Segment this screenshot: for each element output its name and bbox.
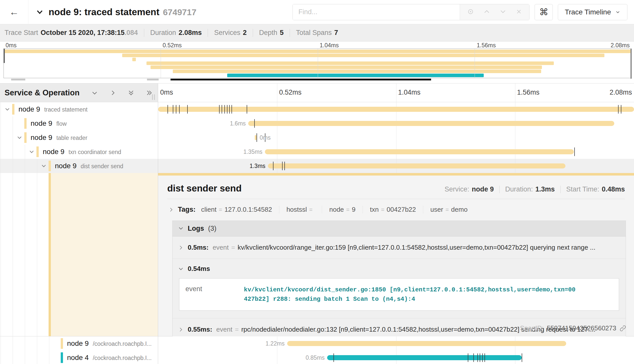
detail-meta-item: Duration:1.3ms <box>505 185 555 193</box>
span-color-bar <box>24 132 27 143</box>
span-row[interactable]: node 4/cockroach.roachpb.I...0.85ms <box>0 351 634 364</box>
span-tree-item[interactable]: node 4/cockroach.roachpb.I... <box>0 351 158 364</box>
log-marker-tick <box>482 353 483 362</box>
span-tree-item[interactable]: node 9traced statement <box>0 102 158 116</box>
detail-meta-value: node 9 <box>472 185 494 193</box>
tag-item: hostssl= <box>279 206 322 213</box>
detail-meta-value: 1.3ms <box>535 185 555 193</box>
span-timeline-cell[interactable]: 1.35ms <box>158 145 634 159</box>
summary-item-label: Total Spans <box>296 29 332 36</box>
span-tree-item[interactable]: node 9table reader <box>0 131 158 145</box>
trace-name: node 9: traced statement <box>49 7 159 17</box>
span-tree-item[interactable]: node 9txn coordinator send <box>0 145 158 159</box>
logs-header[interactable]: Logs (3) <box>173 221 626 237</box>
tag-item: user=demo <box>423 206 475 213</box>
span-timeline-cell[interactable]: 0ms <box>158 131 634 145</box>
span-operation-name: table reader <box>56 135 88 141</box>
span-row[interactable]: node 9dist sender send1.3ms <box>0 159 634 173</box>
span-row[interactable]: node 9traced statement <box>0 102 634 116</box>
locate-icon[interactable] <box>467 8 474 16</box>
span-row[interactable]: node 9table reader0ms <box>0 131 634 145</box>
collapse-all-chevron-down-icon[interactable] <box>91 89 99 97</box>
span-timeline-cell[interactable]: 1.3ms <box>158 159 634 173</box>
page-title: node 9: traced statement6749717 <box>49 7 196 17</box>
detail-header: dist sender send Service:node 9Duration:… <box>165 176 627 199</box>
minimap-span-bar[interactable] <box>122 54 604 57</box>
span-tree-item[interactable]: node 9dist sender send <box>0 159 158 173</box>
log-entry-collapsed[interactable]: 0.5ms:event=kv/kvclient/kvcoord/range_it… <box>173 237 626 259</box>
log-marker-tick <box>273 162 273 170</box>
log-marker-tick <box>522 353 522 362</box>
ruler-tick-label: 2.08ms <box>611 42 632 49</box>
prev-result-icon[interactable] <box>483 8 490 16</box>
column-resizer-handle[interactable] <box>152 94 155 100</box>
log-entry-header[interactable]: 0.54ms <box>178 265 620 273</box>
find-input[interactable] <box>293 4 460 20</box>
minimap-grip[interactable] <box>147 79 159 80</box>
minimap-span-bar[interactable] <box>146 61 554 65</box>
span-operation-name: /cockroach.roachpb.I... <box>93 355 152 361</box>
log-summary-text: kv/kvclient/kvcoord/range_iter.go:159 [n… <box>238 244 595 251</box>
summary-item: Trace StartOctober 15 2020, 17:38:15.084 <box>5 29 138 37</box>
span-duration-bar[interactable] <box>268 163 565 168</box>
chevron-down-icon <box>615 9 621 15</box>
span-row[interactable]: node 9txn coordinator send1.35ms <box>0 145 634 159</box>
service-operation-header: Service & Operation <box>0 83 158 102</box>
span-timeline-cell[interactable] <box>158 102 634 116</box>
tag-value: 127.0.0.1:54582 <box>224 206 272 213</box>
span-duration-bar[interactable] <box>327 355 522 360</box>
chevron-down-icon <box>178 225 184 232</box>
log-marker-tick <box>224 105 225 114</box>
minimap-canvas[interactable] <box>4 49 632 78</box>
next-result-icon[interactable] <box>499 8 506 16</box>
minimap-span-bar[interactable] <box>151 66 542 69</box>
expand-chevron-icon[interactable] <box>5 106 10 112</box>
tag-key: user <box>430 206 443 213</box>
span-duration-bar[interactable] <box>265 149 574 154</box>
span-name-wrapper: node 9dist sender send <box>55 162 123 170</box>
span-service-name: node 4 <box>67 354 89 361</box>
span-row[interactable]: node 9flow1.6ms <box>0 116 634 131</box>
span-row[interactable]: node 9/cockroach.roachpb.I...1.22ms <box>0 336 634 351</box>
expand-one-chevron-right-icon[interactable] <box>109 89 117 97</box>
deep-link-icon[interactable] <box>619 325 626 332</box>
log-marker-tick <box>282 162 283 170</box>
span-timeline-cell[interactable]: 1.6ms <box>158 116 634 131</box>
span-tree-item[interactable]: node 9flow <box>0 116 158 131</box>
minimap-right-drag-handle[interactable] <box>630 49 632 79</box>
minimap-grip[interactable] <box>11 79 25 80</box>
span-timeline-cell[interactable]: 0.85ms <box>158 351 634 364</box>
minimap-span-bar[interactable] <box>227 74 484 77</box>
chevron-right-icon[interactable] <box>168 207 174 212</box>
span-name-wrapper: node 9table reader <box>31 134 87 142</box>
span-duration-label: 1.35ms <box>243 148 262 155</box>
minimap-span-bar[interactable] <box>173 70 541 73</box>
summary-separator <box>208 29 208 37</box>
top-bar: ← node 9: traced statement6749717 ⌘ Trac… <box>0 0 634 24</box>
indent-guide <box>1 351 1 364</box>
minimap-span-bar[interactable] <box>132 58 136 61</box>
minimap-left-drag-handle[interactable] <box>4 49 5 63</box>
indent-guide <box>13 336 13 351</box>
expand-chevron-icon[interactable] <box>41 163 47 169</box>
summary-item-label: Depth <box>259 29 277 36</box>
back-button[interactable]: ← <box>0 0 28 24</box>
summary-item-value-muted: .084 <box>124 29 138 36</box>
keyboard-shortcuts-button[interactable]: ⌘ <box>535 4 553 20</box>
log-marker-tick <box>219 105 220 114</box>
summary-item-label: Trace Start <box>5 29 38 36</box>
span-name-wrapper: node 9/cockroach.roachpb.I... <box>67 339 152 348</box>
collapse-one-double-chevron-down-icon[interactable] <box>127 89 135 97</box>
span-timeline-cell[interactable]: 1.22ms <box>158 336 634 351</box>
span-duration-bar[interactable] <box>287 341 566 346</box>
tag-key: txn <box>370 206 379 213</box>
expand-chevron-icon[interactable] <box>17 135 22 140</box>
tags-row[interactable]: Tags: client=127.0.0.1:54582hostssl=node… <box>165 199 627 221</box>
view-options-button[interactable]: Trace Timeline <box>558 4 627 20</box>
clear-search-icon[interactable] <box>516 8 522 16</box>
span-tree-item[interactable]: node 9/cockroach.roachpb.I... <box>0 336 158 351</box>
minimap-scrollbar-thumb[interactable] <box>171 79 431 80</box>
collapse-trace-chevron-icon[interactable] <box>36 8 44 16</box>
span-duration-bar[interactable] <box>248 121 614 126</box>
expand-chevron-icon[interactable] <box>29 149 34 155</box>
